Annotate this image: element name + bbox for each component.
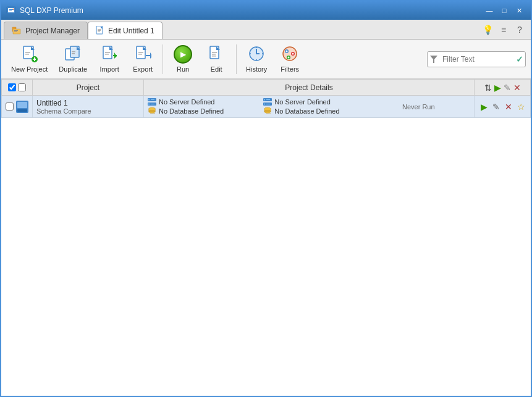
svg-point-79 <box>264 104 265 105</box>
svg-rect-42 <box>212 54 216 55</box>
svg-rect-72 <box>156 109 156 112</box>
window-controls: — □ ✕ <box>483 4 526 17</box>
svg-rect-87 <box>264 110 271 111</box>
help-button[interactable]: ? <box>513 23 526 36</box>
svg-rect-20 <box>34 57 35 61</box>
run-icon: ▶ <box>174 45 192 64</box>
edit-all-icon[interactable]: ✎ <box>504 83 511 93</box>
project-table: Project Project Details ⇅ ▶ ✎ <box>1 79 531 118</box>
import-label: Import <box>100 65 119 73</box>
edit-label: Edit <box>211 65 222 73</box>
filter-funnel-icon <box>430 56 437 63</box>
sort-icon[interactable]: ⇅ <box>484 83 492 93</box>
app-icon <box>6 6 16 15</box>
svg-rect-81 <box>266 104 270 104</box>
svg-rect-80 <box>266 99 270 100</box>
source-server-text: No Server Defined <box>159 98 215 106</box>
svg-rect-2 <box>9 9 13 10</box>
new-project-button[interactable]: New Project <box>6 42 53 77</box>
svg-rect-88 <box>264 111 271 112</box>
svg-point-55 <box>292 53 294 55</box>
filters-button[interactable]: Filters <box>274 42 306 77</box>
title-bar: SQL DXP Premium — □ ✕ <box>1 1 531 20</box>
svg-rect-11 <box>98 29 101 30</box>
select-all-checkbox[interactable] <box>8 83 16 91</box>
edit-button[interactable]: Edit <box>200 42 232 77</box>
svg-rect-12 <box>98 30 101 31</box>
svg-rect-89 <box>266 113 271 114</box>
target-server-row: No Server Defined <box>263 98 366 106</box>
run-all-icon[interactable]: ▶ <box>494 83 501 93</box>
header-details-col: Project Details <box>144 80 475 96</box>
target-db-row: No Database Defined <box>263 107 366 115</box>
row-edit-button[interactable]: ✎ <box>491 101 502 112</box>
svg-rect-17 <box>25 54 29 55</box>
history-icon <box>248 45 265 64</box>
source-server-row: No Server Defined <box>148 98 251 106</box>
filters-label: Filters <box>281 65 299 73</box>
tab-bar: Project Manager Edit Untitled 1 💡 ≡ ? <box>1 20 531 40</box>
app-title: SQL DXP Premium <box>20 6 483 15</box>
svg-rect-71 <box>148 109 149 112</box>
last-run-text: Never Run <box>402 103 435 111</box>
project-table-container: Project Project Details ⇅ ▶ ✎ <box>1 79 531 397</box>
export-button[interactable]: Export <box>127 42 159 77</box>
svg-rect-36 <box>138 54 142 55</box>
svg-rect-74 <box>149 111 155 112</box>
history-label: History <box>246 65 267 73</box>
svg-point-70 <box>149 111 155 113</box>
svg-rect-16 <box>25 52 30 53</box>
edit-untitled-tab-icon <box>96 26 104 36</box>
run-button[interactable]: ▶ Run <box>167 42 199 77</box>
row-delete-button[interactable]: ✕ <box>503 101 514 112</box>
svg-point-78 <box>264 99 265 101</box>
filter-text-input[interactable] <box>427 51 526 67</box>
svg-point-65 <box>148 104 150 105</box>
source-db-icon <box>148 107 156 115</box>
lightbulb-button[interactable]: 💡 <box>481 23 494 36</box>
tab-project-manager-label: Project Manager <box>25 27 80 35</box>
toolbar-separator-2 <box>236 44 237 74</box>
main-area: WWW.WEBCOMN.COM WWW.WEBCOMN.COM WWW.WEBC… <box>1 79 531 397</box>
row-run-button[interactable]: ▶ <box>478 101 489 112</box>
svg-rect-25 <box>72 51 75 52</box>
toolbar: New Project Duplicate <box>1 40 531 79</box>
project-color-icon <box>16 101 28 113</box>
row-checkbox[interactable] <box>6 102 14 111</box>
tab-edit-untitled-label: Edit Untitled 1 <box>108 27 154 35</box>
svg-point-64 <box>148 99 150 101</box>
source-db-row: No Database Defined <box>148 107 251 115</box>
target-server-icon <box>263 98 272 106</box>
delete-all-icon[interactable]: ✕ <box>513 83 521 93</box>
deselect-all-checkbox[interactable] <box>18 83 26 91</box>
row-star-button[interactable]: ☆ <box>515 101 526 112</box>
duplicate-button[interactable]: Duplicate <box>54 42 92 77</box>
duplicate-icon <box>64 45 82 64</box>
svg-rect-8 <box>14 31 17 32</box>
duplicate-label: Duplicate <box>59 65 87 73</box>
target-server-text: No Server Defined <box>274 98 331 106</box>
source-db-text: No Database Defined <box>159 107 224 115</box>
maximize-button[interactable]: □ <box>497 4 511 17</box>
row-actions-cell: ▶ ✎ ✕ ☆ <box>475 96 531 118</box>
new-project-icon <box>21 45 38 64</box>
svg-rect-43 <box>212 56 216 57</box>
svg-rect-29 <box>105 52 110 53</box>
import-button[interactable]: Import <box>93 42 125 77</box>
history-button[interactable]: History <box>240 42 272 77</box>
close-button[interactable]: ✕ <box>512 4 526 17</box>
minimize-button[interactable]: — <box>483 4 496 17</box>
svg-rect-35 <box>138 52 143 53</box>
table-header-row: Project Project Details ⇅ ▶ ✎ <box>2 80 531 96</box>
project-manager-tab-icon <box>12 26 22 36</box>
menu-button[interactable]: ≡ <box>497 23 510 36</box>
project-type: Schema Compare <box>36 107 140 115</box>
target-db-text: No Database Defined <box>274 107 339 115</box>
tab-edit-untitled[interactable]: Edit Untitled 1 <box>88 22 163 39</box>
row-details-cell: No Server Defined <box>144 96 475 118</box>
tab-project-manager[interactable]: Project Manager <box>4 22 88 39</box>
new-project-label: New Project <box>11 65 48 73</box>
project-name: Untitled 1 <box>36 99 140 107</box>
svg-rect-75 <box>150 113 155 114</box>
svg-point-57 <box>288 57 290 59</box>
